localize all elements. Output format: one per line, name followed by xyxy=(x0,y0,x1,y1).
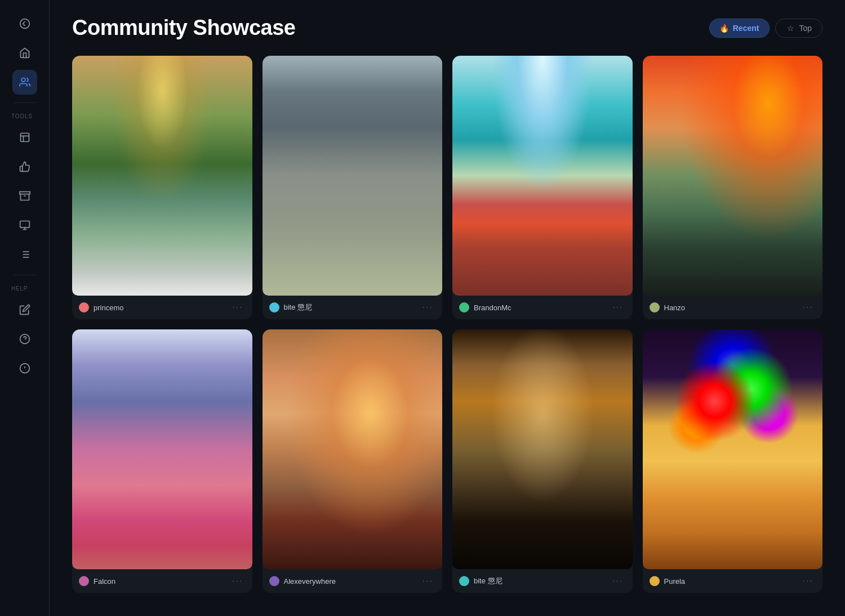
card-footer-4: Hanzo ··· xyxy=(643,296,823,319)
sidebar-item-help3[interactable] xyxy=(12,356,37,381)
sidebar-item-tools2[interactable] xyxy=(12,154,37,179)
card-user-7: bite 懲尼 xyxy=(459,576,502,586)
sidebar-item-community[interactable] xyxy=(12,70,37,95)
card-image-8 xyxy=(643,329,823,569)
card-more-5[interactable]: ··· xyxy=(230,575,245,587)
gallery-card[interactable]: BrandonMc ··· xyxy=(452,56,633,319)
avatar-8 xyxy=(650,576,660,586)
card-footer-5: Falcon ··· xyxy=(72,569,252,593)
card-more-1[interactable]: ··· xyxy=(230,301,245,314)
sidebar-item-help1[interactable] xyxy=(12,297,37,322)
card-image-5 xyxy=(72,329,252,569)
card-footer-1: princemo ··· xyxy=(72,296,252,319)
sidebar-item-tools1[interactable] xyxy=(12,125,37,150)
card-image-1 xyxy=(72,56,252,296)
sidebar-divider-2 xyxy=(14,275,36,275)
card-image-3 xyxy=(452,56,633,296)
main-content: Community Showcase 🔥 Recent ☆ Top prince… xyxy=(50,0,845,616)
card-user-8: Purela xyxy=(650,576,686,586)
gallery-card[interactable]: bite 懲尼 ··· xyxy=(263,56,443,319)
card-user-3: BrandonMc xyxy=(459,302,511,313)
gallery-card[interactable]: Hanzo ··· xyxy=(643,56,823,319)
card-more-3[interactable]: ··· xyxy=(610,301,625,314)
username-5: Falcon xyxy=(94,577,115,586)
card-footer-7: bite 懲尼 ··· xyxy=(452,569,633,593)
username-4: Hanzo xyxy=(664,303,686,312)
card-footer-3: BrandonMc ··· xyxy=(452,296,633,319)
card-image-6 xyxy=(263,329,443,569)
username-7: bite 懲尼 xyxy=(474,576,502,586)
username-1: princemo xyxy=(94,303,123,312)
username-3: BrandonMc xyxy=(474,303,511,312)
username-2: bite 懲尼 xyxy=(284,302,313,313)
card-user-1: princemo xyxy=(79,302,123,313)
sidebar-item-tools3[interactable] xyxy=(12,184,37,208)
gallery-card[interactable]: Alexeverywhere ··· xyxy=(263,329,443,593)
card-image-4 xyxy=(643,56,823,296)
help-label: HELP xyxy=(0,285,49,292)
sidebar-item-navigate[interactable] xyxy=(12,11,37,36)
recent-button[interactable]: 🔥 Recent xyxy=(709,19,770,38)
sidebar: TOOLS xyxy=(0,0,50,616)
card-user-2: bite 懲尼 xyxy=(269,302,313,313)
avatar-6 xyxy=(269,576,279,586)
card-user-5: Falcon xyxy=(79,576,115,586)
sidebar-item-help2[interactable] xyxy=(12,327,37,351)
svg-rect-7 xyxy=(20,221,29,228)
svg-rect-5 xyxy=(19,192,29,194)
tools-label: TOOLS xyxy=(0,113,49,119)
card-image-2 xyxy=(263,56,443,296)
card-image-7 xyxy=(452,329,633,569)
card-more-4[interactable]: ··· xyxy=(800,301,816,314)
avatar-1 xyxy=(79,302,89,313)
avatar-5 xyxy=(79,576,89,586)
top-button[interactable]: ☆ Top xyxy=(775,19,822,38)
page-title: Community Showcase xyxy=(72,16,295,40)
card-footer-8: Purela ··· xyxy=(643,569,823,593)
card-more-2[interactable]: ··· xyxy=(420,301,435,314)
gallery-card[interactable]: Purela ··· xyxy=(643,329,823,593)
svg-rect-2 xyxy=(20,133,29,142)
avatar-2 xyxy=(269,302,279,313)
sidebar-item-tools5[interactable] xyxy=(12,242,37,267)
gallery-card[interactable]: bite 懲尼 ··· xyxy=(452,329,633,593)
fire-icon: 🔥 xyxy=(720,24,729,33)
sidebar-divider-1 xyxy=(14,102,36,103)
gallery-card[interactable]: princemo ··· xyxy=(72,56,252,319)
sidebar-item-tools4[interactable] xyxy=(12,213,37,238)
gallery-card[interactable]: Falcon ··· xyxy=(72,329,252,593)
username-6: Alexeverywhere xyxy=(284,577,336,586)
username-8: Purela xyxy=(664,577,686,586)
page-header: Community Showcase 🔥 Recent ☆ Top xyxy=(72,16,822,40)
card-footer-6: Alexeverywhere ··· xyxy=(263,569,443,593)
star-icon: ☆ xyxy=(786,24,795,33)
svg-point-1 xyxy=(21,78,25,82)
card-user-6: Alexeverywhere xyxy=(269,576,336,586)
card-footer-2: bite 懲尼 ··· xyxy=(263,296,443,319)
svg-point-0 xyxy=(20,19,29,29)
card-more-7[interactable]: ··· xyxy=(610,575,625,587)
gallery-grid: princemo ··· bite 懲尼 ··· xyxy=(72,56,822,593)
card-more-6[interactable]: ··· xyxy=(420,575,435,587)
sidebar-item-home[interactable] xyxy=(12,41,37,65)
avatar-7 xyxy=(459,576,469,586)
avatar-4 xyxy=(650,302,660,313)
card-more-8[interactable]: ··· xyxy=(800,575,816,587)
header-actions: 🔥 Recent ☆ Top xyxy=(709,19,822,38)
avatar-3 xyxy=(459,302,469,313)
card-user-4: Hanzo xyxy=(650,302,686,313)
